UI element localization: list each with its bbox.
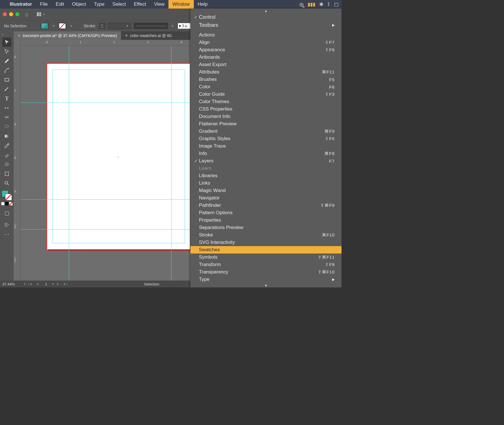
menu-edit[interactable]: Edit — [52, 0, 68, 9]
stroke-indicator[interactable] — [5, 194, 12, 201]
menu-item-links[interactable]: Links — [190, 179, 342, 187]
menu-item-transform[interactable]: Transform⇧F8 — [190, 261, 342, 268]
menu-item-pattern-options[interactable]: Pattern Options — [190, 209, 342, 216]
menu-item-actions[interactable]: Actions — [190, 31, 342, 39]
menu-item-svg-interactivity[interactable]: SVG Interactivity — [190, 239, 342, 246]
close-icon[interactable]: ✕ — [125, 34, 128, 38]
menu-item-flattener-preview[interactable]: Flattener Preview — [190, 120, 342, 128]
last-artboard-button[interactable]: ►I — [62, 282, 68, 286]
creative-cloud-icon[interactable]: ◎ — [299, 1, 304, 7]
menu-item-libraries[interactable]: Libraries — [190, 172, 342, 179]
menu-item-appearance[interactable]: Appearance⇧F6 — [190, 46, 342, 54]
guide-vertical[interactable] — [69, 46, 69, 281]
color-mode-none[interactable] — [9, 202, 13, 205]
airplay-icon[interactable]: ▢ — [334, 1, 339, 7]
menu-item-image-trace[interactable]: Image Trace — [190, 142, 342, 150]
type-tool[interactable]: T — [2, 94, 11, 103]
first-artboard-button[interactable]: I◄ — [27, 282, 33, 286]
menu-file[interactable]: File — [36, 0, 52, 9]
menu-item-separations-preview[interactable]: Separations Preview — [190, 224, 342, 231]
curvature-tool[interactable] — [2, 66, 11, 75]
fill-color-swatch[interactable] — [41, 23, 49, 29]
color-mode-solid[interactable] — [1, 202, 5, 205]
menu-item-swatches[interactable]: Swatches — [190, 246, 342, 254]
menu-scroll-down[interactable]: ▼ — [190, 283, 342, 287]
paintbrush-tool[interactable] — [2, 85, 11, 94]
pen-tool[interactable] — [2, 56, 11, 66]
rectangle-tool[interactable] — [2, 75, 11, 84]
menu-object[interactable]: Object — [68, 0, 90, 9]
menu-item-color[interactable]: ColorF6 — [190, 83, 342, 91]
workspace-switcher[interactable]: ▾ — [36, 12, 45, 17]
menu-item-gradient[interactable]: Gradient⌘F9 — [190, 128, 342, 135]
selection-tool[interactable] — [2, 38, 11, 47]
close-window-button[interactable] — [3, 12, 7, 16]
artboard-number[interactable]: 1 — [42, 282, 51, 286]
app-name[interactable]: Illustrator — [6, 1, 36, 7]
zoom-dropdown[interactable]: ▾ — [24, 283, 25, 285]
menu-item-navigator[interactable]: Navigator — [190, 194, 342, 202]
gradient-tool[interactable] — [2, 132, 11, 141]
fill-stroke-indicator[interactable] — [1, 190, 13, 201]
flower-icon[interactable]: ❃ — [319, 1, 323, 7]
variable-width-profile[interactable]: ▾ — [108, 23, 131, 29]
screen-mode[interactable]: ▢ — [2, 209, 11, 218]
eyedropper-tool[interactable] — [2, 141, 11, 150]
prev-artboard-button[interactable]: ◄ — [35, 282, 40, 286]
menu-item-info[interactable]: Info⌘F8 — [190, 150, 342, 157]
menu-item-css-properties[interactable]: CSS Properties — [190, 105, 342, 113]
menu-effect[interactable]: Effect — [130, 0, 150, 9]
shield-icon[interactable]: ▮▮▮ — [308, 1, 315, 7]
menu-item-color-guide[interactable]: Color Guide⇧F3 — [190, 91, 342, 98]
fill-dropdown[interactable]: ▾ — [52, 24, 55, 27]
scissors-tool[interactable]: ✂ — [2, 113, 11, 122]
home-icon[interactable]: ⌂ — [25, 11, 28, 18]
edit-toolbar[interactable] — [2, 220, 11, 229]
menu-item-layers[interactable]: ✓LayersF7 — [190, 157, 342, 165]
close-icon[interactable]: ✕ — [18, 34, 20, 38]
menu-select[interactable]: Select — [108, 0, 130, 9]
menu-item-attributes[interactable]: Attributes⌘F11 — [190, 68, 342, 76]
vertical-ruler[interactable]: 0 2 4 6 8 10 12 — [14, 40, 20, 281]
bluetooth-icon[interactable]: ᛒ — [327, 1, 330, 7]
menu-item-document-info[interactable]: Document Info — [190, 113, 342, 120]
menu-type[interactable]: Type — [90, 0, 108, 9]
menu-item-transparency[interactable]: Transparency⇧⌘F10 — [190, 268, 342, 276]
menu-help[interactable]: Help — [194, 0, 212, 9]
stroke-color-swatch[interactable] — [58, 23, 66, 29]
color-mode-gradient[interactable] — [5, 202, 9, 205]
menu-item-brushes[interactable]: BrushesF5 — [190, 76, 342, 83]
stroke-dropdown[interactable]: ▾ — [69, 24, 73, 27]
artboard-tool[interactable] — [2, 169, 11, 178]
reflect-tool[interactable] — [2, 103, 11, 113]
stroke-weight-stepper[interactable]: ▴▾ — [99, 23, 105, 29]
menu-window[interactable]: Window — [168, 0, 194, 9]
direct-selection-tool[interactable] — [2, 47, 11, 56]
menu-item-graphic-styles[interactable]: Graphic Styles⇧F5 — [190, 135, 342, 142]
maximize-window-button[interactable] — [15, 12, 19, 16]
tools-expand[interactable]: ›› — [2, 33, 4, 36]
artboard-dropdown[interactable]: ▾ — [52, 283, 54, 285]
next-artboard-button[interactable]: ► — [55, 282, 61, 286]
menu-item-color-themes[interactable]: Color Themes — [190, 98, 342, 105]
lasso-tool[interactable] — [2, 122, 11, 131]
more-tools[interactable]: ⋯ — [2, 230, 11, 239]
tab-icecream-poster[interactable]: ✕ icecream-poster.ai* @ 37.44% (CMYK/GPU… — [14, 31, 121, 40]
menu-item-control[interactable]: ✓ Control — [190, 13, 342, 21]
menu-item-align[interactable]: Align⇧F7 — [190, 39, 342, 46]
menu-item-toolbars[interactable]: Toolbars ▶ — [190, 21, 342, 29]
menu-view[interactable]: View — [150, 0, 169, 9]
brush-dropdown[interactable]: ▾ — [171, 24, 175, 27]
menu-item-asset-export[interactable]: Asset Export — [190, 61, 342, 68]
tab-color-swatches[interactable]: ✕ color-swatches.ai @ 60. — [121, 31, 177, 40]
zoom-level[interactable]: 37.44% — [2, 282, 22, 286]
menu-item-type[interactable]: Type▶ — [190, 276, 342, 283]
symbol-sprayer-tool[interactable] — [2, 150, 11, 160]
menu-item-magic-wand[interactable]: Magic Wand — [190, 187, 342, 194]
menu-item-symbols[interactable]: Symbols⇧⌘F11 — [190, 254, 342, 261]
menu-scroll-up[interactable]: ▲ — [190, 9, 342, 13]
brush-definition[interactable] — [134, 23, 168, 29]
menu-item-properties[interactable]: Properties — [190, 216, 342, 224]
menu-item-stroke[interactable]: Stroke⌘F10 — [190, 231, 342, 239]
menu-item-pathfinder[interactable]: Pathfinder⇧⌘F9 — [190, 202, 342, 209]
